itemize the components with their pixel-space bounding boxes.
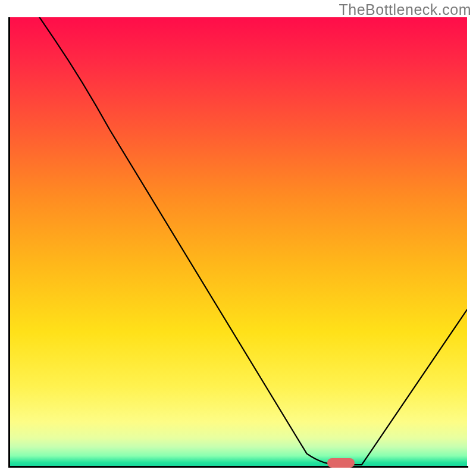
optimal-range-marker xyxy=(327,458,355,468)
y-axis-line xyxy=(8,17,10,467)
heat-gradient-background xyxy=(9,17,467,467)
watermark-text: TheBottleneck.com xyxy=(339,1,472,18)
x-axis-line xyxy=(8,466,468,468)
